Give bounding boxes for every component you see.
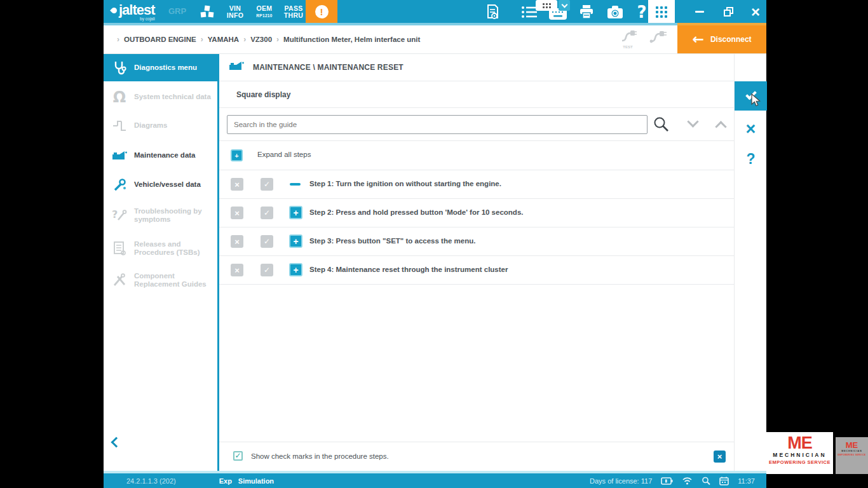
sidebar-collapse-button[interactable] <box>111 437 122 448</box>
step-dismiss-button[interactable]: × <box>231 264 243 276</box>
mouse-cursor <box>751 93 764 107</box>
apps-grid-button[interactable] <box>648 0 675 24</box>
panel-help-button[interactable]: ? <box>735 146 767 172</box>
sidebar-item-troubleshooting[interactable]: ? Troubleshooting by symptoms <box>104 200 217 231</box>
calendar-icon[interactable] <box>719 477 729 485</box>
section-header: MAINTENANCE \ MAINTENANCE RESET <box>219 54 734 81</box>
vin-info-button[interactable]: VIN INFO <box>221 0 249 24</box>
oil-can-icon <box>227 59 245 76</box>
document-report-icon <box>485 4 500 20</box>
left-arrow-icon: ← <box>692 33 703 46</box>
sidebar-item-vehicle-vessel-data[interactable]: Vehicle/vessel data <box>104 170 217 199</box>
expand-step-icon[interactable]: + <box>289 206 302 219</box>
restore-icon <box>724 7 733 17</box>
disconnect-button[interactable]: ← Disconnect <box>677 25 766 53</box>
sidebar-item-releases-procedures[interactable]: Releases and Procedures (TSBs) <box>104 233 217 264</box>
droplet-icon <box>110 6 118 15</box>
title-bar: jaltest by cojali GRP VIN INFO OEM RP121… <box>104 0 766 24</box>
report-button[interactable] <box>480 0 505 24</box>
breadcrumb-bar: › OUTBOARD ENGINE › YAMAHA › VZ300 › Mul… <box>104 25 766 54</box>
step-done-button[interactable]: ✓ <box>261 178 273 191</box>
me-tagline: EMPOWERING SERVICE <box>766 459 833 465</box>
show-checkmarks-label: Show check marks in the procedure steps. <box>251 452 389 460</box>
breadcrumb-item-make[interactable]: YAMAHA <box>208 36 239 43</box>
expand-all-button[interactable]: + <box>231 149 243 161</box>
step-row-4: × ✓ + Step 4: Maintenance reset through … <box>219 256 734 285</box>
jaltest-window: jaltest by cojali GRP VIN INFO OEM RP121… <box>104 0 766 488</box>
breadcrumb-chevron: › <box>201 35 203 44</box>
printer-icon <box>578 4 595 20</box>
oil-can-icon <box>111 147 128 164</box>
guide-title-row: Square display <box>219 81 734 108</box>
mechnician-logo-small: ME MECHNICIAN EMPOWERING SERVICE <box>836 437 868 474</box>
close-button[interactable]: × <box>744 0 767 24</box>
version-label: 24.2.1.1.3 (202) <box>126 477 176 485</box>
search-button[interactable] <box>653 116 670 135</box>
wrench-icon <box>111 177 128 193</box>
tools-icon <box>111 272 128 288</box>
search-input[interactable] <box>227 115 648 134</box>
procedure-footer: ✓ Show check marks in the procedure step… <box>219 442 734 471</box>
sidebar-item-diagnostics-menu[interactable]: Diagnostics menu <box>104 54 217 81</box>
svg-text:?: ? <box>112 208 118 220</box>
expand-step-icon[interactable]: + <box>289 263 302 276</box>
sidebar: Diagnostics menu Ω System technical data… <box>104 54 219 471</box>
search-row <box>219 108 734 141</box>
search-status-icon[interactable] <box>702 477 710 485</box>
keyboard-popup <box>536 0 570 11</box>
mechnician-logo: ME MECHNICIAN EMPOWERING SERVICE <box>766 432 833 474</box>
chevron-down-icon <box>687 116 698 127</box>
step-done-button[interactable]: ✓ <box>261 207 273 219</box>
mini-keyboard-icon[interactable] <box>536 0 557 11</box>
breadcrumb-chevron: › <box>276 35 279 44</box>
jaltest-logo: jaltest by cojali <box>111 2 155 21</box>
cancel-button[interactable]: × <box>735 116 767 142</box>
expand-step-icon[interactable]: + <box>289 234 302 248</box>
sidebar-item-maintenance-data[interactable]: Maintenance data <box>104 141 217 170</box>
breadcrumb-item-system[interactable]: OUTBOARD ENGINE <box>124 36 196 43</box>
breadcrumb-item-unit[interactable]: Multifunction Meter, Helm interface unit <box>283 36 420 43</box>
sidebar-item-component-replacement[interactable]: Component Replacement Guides <box>104 265 217 295</box>
grp-label: GRP <box>168 6 186 16</box>
cubes-icon <box>199 4 215 20</box>
test-label: TEST <box>618 45 637 49</box>
oem-rp1210-button[interactable]: OEM RP1210 <box>251 0 278 24</box>
restore-button[interactable] <box>717 0 740 24</box>
sidebar-item-diagrams[interactable]: Diagrams <box>104 111 217 140</box>
search-prev-button[interactable] <box>712 118 729 131</box>
breadcrumb: › OUTBOARD ENGINE › YAMAHA › VZ300 › Mul… <box>112 25 420 53</box>
step-dismiss-button[interactable]: × <box>231 207 243 219</box>
step-row-3: × ✓ + Step 3: Press button "SET" to acce… <box>219 227 734 256</box>
breadcrumb-item-model[interactable]: VZ300 <box>250 36 272 43</box>
step-done-button[interactable]: ✓ <box>261 264 273 276</box>
close-guide-button[interactable]: × <box>714 451 726 463</box>
battery-icon[interactable] <box>661 477 673 485</box>
search-next-button[interactable] <box>684 118 701 131</box>
breadcrumb-chevron: › <box>117 35 119 44</box>
pass-thru-button[interactable]: PASS THRU <box>280 0 308 24</box>
popup-chevron-down-icon[interactable] <box>559 0 570 11</box>
wifi-icon[interactable] <box>682 477 693 485</box>
alert-button[interactable]: ! <box>306 0 337 24</box>
test-connector-icon <box>618 28 637 44</box>
print-button[interactable] <box>574 0 599 24</box>
test-connector: TEST <box>618 28 637 49</box>
minimize-button[interactable] <box>688 0 711 24</box>
collapse-step-icon[interactable] <box>290 183 301 186</box>
step-label: Step 2: Press and hold pressed button 'M… <box>309 208 523 216</box>
step-dismiss-button[interactable]: × <box>231 178 243 191</box>
step-dismiss-button[interactable]: × <box>231 235 243 248</box>
show-checkmarks-checkbox[interactable]: ✓ <box>233 451 243 461</box>
screen: jaltest by cojali GRP VIN INFO OEM RP121… <box>0 0 868 488</box>
sidebar-item-system-technical-data[interactable]: Ω System technical data <box>104 83 217 111</box>
step-done-button[interactable]: ✓ <box>261 235 273 248</box>
step-row-1: × ✓ Step 1: Turn the ignition on without… <box>219 170 734 199</box>
systems-cubes-button[interactable] <box>196 0 219 24</box>
exclamation-icon: ! <box>315 5 329 18</box>
content-area: Diagnostics menu Ω System technical data… <box>104 54 766 471</box>
me-name: MECHNICIAN <box>766 452 833 458</box>
me-initials: ME <box>766 435 833 451</box>
screenshot-button[interactable] <box>602 0 628 24</box>
license-days-label: Days of license: 117 <box>590 477 652 485</box>
plug-connector <box>649 28 668 49</box>
